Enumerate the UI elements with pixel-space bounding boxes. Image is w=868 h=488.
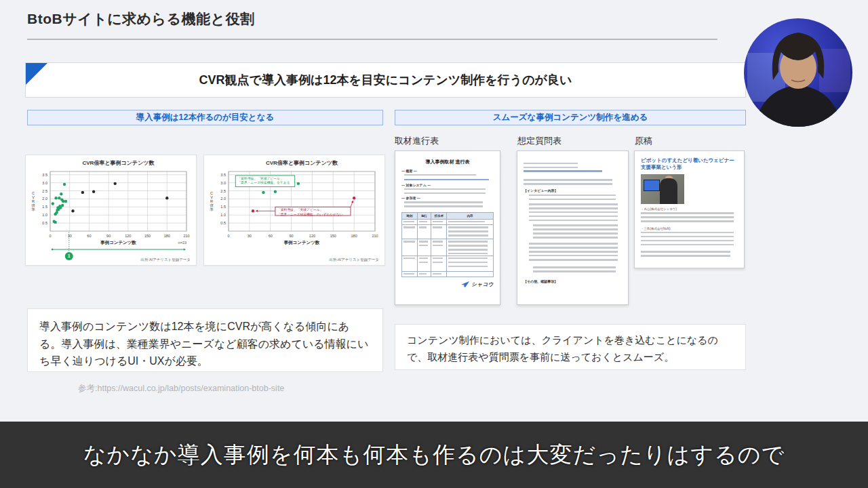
svg-text:60: 60 (269, 234, 273, 238)
title-divider (27, 39, 717, 40)
svg-text:1.5: 1.5 (220, 205, 226, 209)
questions-doc-thumbnail: 【インタビュー内容】 【その他、確認事項】 (517, 150, 629, 305)
svg-text:CVR倍率: CVR倍率 (210, 191, 214, 212)
table-row (402, 219, 494, 224)
left-section-heading: 導入事例は12本作るのが目安となる (27, 110, 383, 125)
link-skeleton (404, 179, 489, 181)
table-row (402, 224, 494, 239)
paper-plane-icon (461, 281, 469, 287)
left-note-box: 導入事例のコンテンツ数は12本を境にCVRが高くなる傾向にある。導入事例は、業種… (27, 308, 383, 372)
svg-text:3.0: 3.0 (220, 181, 226, 185)
svg-text:事例コンテンツ数: 事例コンテンツ数 (100, 240, 136, 245)
svg-text:90: 90 (106, 234, 111, 238)
question-item-skeleton (529, 203, 618, 221)
svg-text:CVR倍率: CVR倍率 (31, 191, 35, 212)
svg-text:0: 0 (227, 234, 229, 238)
svg-text:0.5: 0.5 (220, 221, 226, 225)
svg-text:2.0: 2.0 (220, 197, 226, 201)
question-item-skeleton (533, 266, 616, 274)
schedule-section-system: — 対象システム — (401, 183, 494, 187)
svg-text:1.0: 1.0 (42, 213, 47, 217)
caption-text: なかなか導入事例を何本も何本も作るのは大変だったりはするので (83, 440, 785, 470)
doc-label-schedule: 取材進行表 (395, 135, 439, 147)
schedule-col-owner: 担当者 (431, 212, 447, 219)
text-skeleton (524, 179, 612, 185)
svg-text:1.5: 1.5 (42, 205, 47, 209)
svg-text:3.5: 3.5 (220, 173, 226, 177)
table-row (402, 239, 494, 256)
schedule-section-attendees: — 参加者 — (401, 196, 494, 200)
svg-text:30: 30 (248, 234, 252, 238)
table-row (402, 256, 494, 271)
text-skeleton (404, 201, 483, 209)
svg-text:3.5: 3.5 (42, 173, 47, 177)
monitor-icon (644, 180, 660, 191)
reference-url: 参考:https://wacul.co.jp/lab/posts/examina… (78, 383, 284, 394)
questions-heading: 【インタビュー内容】 (524, 188, 622, 192)
scatter-chart-annotated: CVR倍率と事例コンテンツ数03060901201501802100.51.01… (203, 155, 385, 266)
text-skeleton (404, 174, 476, 178)
table-row (402, 271, 494, 277)
schedule-col-content: 内容 (447, 212, 494, 219)
right-note-box: コンテンツ制作においては、クライアントを巻き込むことになるので、取材進行表や質問… (395, 324, 746, 370)
svg-text:1: 1 (68, 253, 71, 258)
paragraph-skeleton (641, 212, 734, 224)
text-skeleton (404, 188, 486, 194)
svg-text:「資料導線」「実績アピール」: 「資料導線」「実績アピール」 (237, 176, 283, 180)
svg-text:n=23: n=23 (178, 241, 186, 245)
question-item-skeleton (533, 224, 618, 239)
paragraph-skeleton (641, 251, 730, 258)
svg-text:0: 0 (49, 234, 51, 238)
svg-text:2.0: 2.0 (42, 197, 47, 201)
slide-stage: BtoBサイトに求めらる機能と役割 CVR観点で導入事例は12本を目安にコンテン… (0, 0, 868, 488)
svg-text:90: 90 (290, 234, 294, 238)
svg-text:150: 150 (144, 234, 151, 238)
svg-text:150: 150 (330, 234, 336, 238)
question-item-skeleton (529, 195, 616, 200)
scatter-chart-all-sites: CVR倍率と事例コンテンツ数03060901201501802100.51.01… (25, 155, 197, 266)
right-section-heading: スムーズな事例コンテンツ制作を進める (395, 110, 746, 125)
svg-text:210: 210 (183, 234, 189, 238)
svg-text:180: 180 (351, 234, 357, 238)
draft-speaker-1: ・丸山(株式会社シャコウ) (641, 207, 738, 211)
svg-text:180: 180 (164, 234, 170, 238)
doc-label-questions: 想定質問表 (517, 135, 561, 147)
svg-text:2.5: 2.5 (42, 189, 47, 193)
svg-text:120: 120 (309, 234, 315, 238)
presenter-webcam-avatar (743, 18, 853, 127)
svg-text:120: 120 (125, 234, 131, 238)
svg-text:60: 60 (87, 234, 91, 238)
svg-text:CVR倍率と事例コンテンツ数: CVR倍率と事例コンテンツ数 (82, 159, 155, 166)
doc-label-draft: 原稿 (635, 135, 652, 147)
schedule-table: 時刻 進行 担当者 内容 (401, 212, 494, 277)
key-message-box: CVR観点で導入事例は12本を目安にコンテンツ制作を行うのが良い (25, 62, 746, 98)
page-title: BtoBサイトに求めらる機能と役割 (27, 9, 255, 28)
draft-speaker-2: ・三島(株式会社NoN) (641, 227, 738, 230)
shakou-logo: シャコウ (401, 281, 494, 288)
caption-bar: なかなか導入事例を何本も何本も作るのは大変だったりはするので (0, 422, 868, 488)
svg-text:30: 30 (68, 234, 72, 238)
draft-headline: ピボットのすえたどり着いたウェビナー支援事業という形 (641, 157, 738, 171)
schedule-col-time: 時刻 (402, 212, 418, 219)
text-skeleton (524, 163, 578, 169)
svg-text:出所:AIアナリスト登録データ: 出所:AIアナリスト登録データ (329, 258, 379, 262)
svg-text:1.0: 1.0 (220, 213, 226, 217)
svg-text:CVR倍率と事例コンテンツ数: CVR倍率と事例コンテンツ数 (266, 159, 338, 166)
svg-text:出所:AIアナリスト登録データ: 出所:AIアナリスト登録データ (140, 258, 191, 262)
svg-text:2.5: 2.5 (220, 189, 226, 193)
shakou-logo-text: シャコウ (471, 281, 494, 288)
svg-text:「資料導線」「実績アピール」: 「資料導線」「実績アピール」 (277, 207, 323, 211)
draft-photo (641, 174, 684, 204)
key-message: CVR観点で導入事例は12本を目安にコンテンツ制作を行うのが良い (26, 63, 745, 97)
draft-doc-thumbnail: ピボットのすえたどり着いたウェビナー支援事業という形 ・丸山(株式会社シャコウ)… (634, 150, 745, 268)
schedule-doc-thumbnail: 導入事例取材 進行表 — 概要 — — 対象システム — — 参加者 — 時刻 … (395, 150, 500, 305)
svg-text:3.0: 3.0 (42, 181, 47, 185)
svg-text:210: 210 (372, 234, 378, 238)
svg-text:事例コンテンツ数: 事例コンテンツ数 (284, 240, 320, 245)
schedule-section-overview: — 概要 — (401, 169, 494, 173)
questions-footer: 【その他、確認事項】 (524, 279, 622, 283)
schedule-doc-title: 導入事例取材 進行表 (401, 159, 494, 165)
svg-text:0.5: 0.5 (42, 221, 47, 225)
schedule-col-flow: 進行 (417, 212, 431, 219)
link-skeleton (524, 170, 602, 172)
